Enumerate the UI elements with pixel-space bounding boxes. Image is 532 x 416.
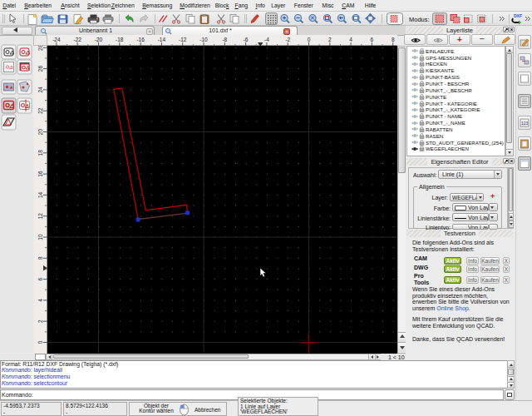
svg-text:20: 20 (37, 129, 43, 136)
svg-text:-24: -24 (52, 37, 61, 42)
svg-text:16: 16 (37, 171, 43, 177)
svg-text:8: 8 (392, 37, 395, 42)
svg-text:0: 0 (37, 340, 43, 344)
svg-text:0: 0 (308, 37, 311, 42)
svg-text:DXF: DXF (514, 13, 522, 18)
svg-text:-2: -2 (285, 37, 290, 42)
svg-text:123: 123 (521, 121, 529, 126)
svg-text:2: 2 (328, 37, 332, 42)
svg-text:22: 22 (37, 107, 43, 114)
svg-text:-22: -22 (73, 37, 81, 42)
svg-text:6: 6 (371, 37, 374, 42)
svg-text:-8: -8 (222, 37, 227, 42)
svg-text:24: 24 (37, 87, 43, 93)
svg-text:8: 8 (37, 256, 43, 260)
svg-text:-18: -18 (116, 37, 124, 42)
svg-text:-10: -10 (200, 37, 208, 42)
svg-text:18: 18 (37, 150, 43, 156)
svg-text:-6: -6 (244, 37, 249, 42)
svg-text:4: 4 (37, 299, 43, 302)
svg-text:12: 12 (37, 213, 43, 220)
svg-text:2: 2 (37, 319, 43, 323)
svg-text:-4: -4 (264, 37, 269, 42)
svg-text:26: 26 (37, 66, 43, 72)
svg-text:-12: -12 (179, 37, 187, 42)
svg-text:-16: -16 (136, 37, 145, 42)
svg-text:28: 28 (37, 46, 43, 51)
svg-text:10: 10 (37, 234, 43, 240)
svg-text:14: 14 (37, 191, 43, 198)
svg-text:-20: -20 (95, 37, 103, 42)
svg-text:-14: -14 (158, 37, 166, 42)
svg-text:6: 6 (37, 277, 43, 280)
svg-text:4: 4 (349, 37, 352, 42)
